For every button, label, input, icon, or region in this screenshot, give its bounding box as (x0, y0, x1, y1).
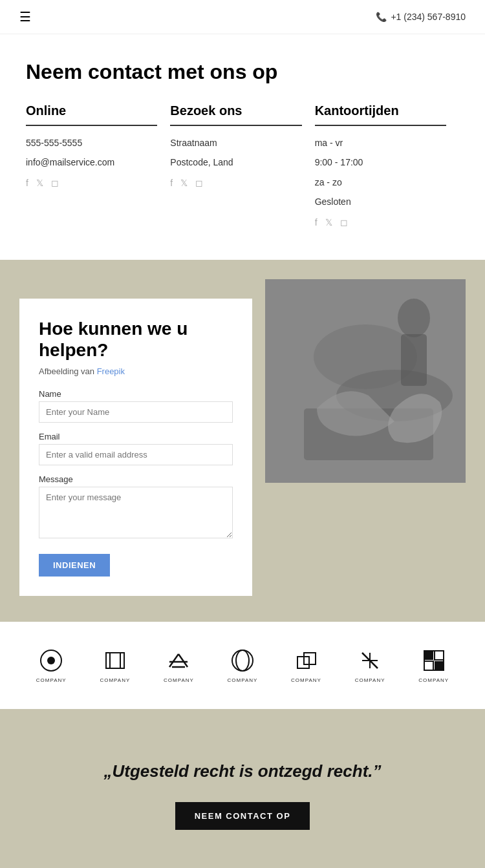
logo-label-5: COMPANY (291, 677, 321, 683)
svg-point-14 (232, 650, 253, 671)
help-form-card: Hoe kunnen we u helpen? Afbeelding van F… (19, 299, 252, 596)
hours-social-icons: f 𝕏 ◻ (315, 217, 446, 228)
logo-item-3: COMPANY (164, 648, 194, 683)
hours-weekend-label: za - zo (315, 175, 446, 189)
column-hours-heading: Kantoortijden (315, 103, 446, 118)
name-input[interactable] (39, 401, 233, 423)
help-heading: Hoe kunnen we u helpen? (39, 318, 233, 361)
svg-rect-23 (435, 661, 444, 670)
online-social-icons: f 𝕏 ◻ (26, 178, 157, 188)
attribution-text: Afbeelding van Freepik (39, 366, 233, 376)
logo-label-1: COMPANY (36, 677, 67, 683)
visit-social-icons: f 𝕏 ◻ (170, 178, 301, 188)
name-field-group: Name (39, 389, 233, 423)
logo-item-5: COMPANY (291, 648, 321, 683)
logo-label-2: COMPANY (100, 677, 130, 683)
logo-icon-6 (357, 648, 383, 673)
contact-column-online: Online 555-555-5555 info@mailservice.com… (26, 103, 170, 228)
logo-item-2: COMPANY (100, 648, 130, 683)
hours-weekdays-time: 9:00 - 17:00 (315, 155, 446, 169)
svg-rect-22 (424, 651, 433, 660)
page-title: Neem contact met ons op (26, 60, 459, 84)
quote-text: „Utgesteld recht is ontzegd recht.” (26, 761, 459, 783)
logo-item-1: COMPANY (36, 648, 67, 683)
hamburger-menu[interactable]: ☰ (19, 9, 31, 25)
logo-icon-3 (166, 648, 191, 673)
twitter-icon-2[interactable]: 𝕏 (180, 178, 188, 188)
svg-rect-25 (424, 661, 433, 670)
logo-icon-4 (230, 648, 255, 673)
email-field-group: Email (39, 432, 233, 465)
postcode-text: Postcode, Land (170, 155, 301, 169)
logos-section: COMPANY COMPANY COMPANY COMPANY COMPANY (0, 622, 485, 709)
column-online-heading: Online (26, 103, 157, 118)
contact-info-section: Neem contact met ons op Online 555-555-5… (0, 34, 485, 260)
twitter-icon-3[interactable]: 𝕏 (325, 217, 332, 228)
column-visit-heading: Bezoek ons (170, 103, 301, 118)
twitter-icon[interactable]: 𝕏 (36, 178, 43, 188)
svg-rect-8 (106, 653, 124, 668)
facebook-icon-2[interactable]: f (170, 178, 173, 188)
logo-item-6: COMPANY (355, 648, 385, 683)
submit-button[interactable]: INDIENEN (39, 554, 110, 577)
svg-rect-24 (435, 651, 444, 660)
logo-label-6: COMPANY (355, 677, 385, 683)
hours-weekend-status: Gesloten (315, 195, 446, 209)
logo-icon-2 (102, 648, 128, 673)
header: ☰ 📞 +1 (234) 567-8910 (0, 0, 485, 34)
hours-weekdays-label: ma - vr (315, 136, 446, 150)
instagram-icon[interactable]: ◻ (51, 178, 59, 188)
cta-button[interactable]: NEEM CONTACT OP (175, 802, 310, 830)
message-label: Message (39, 474, 233, 484)
message-field-group: Message (39, 474, 233, 541)
name-label: Name (39, 389, 233, 399)
contact-columns: Online 555-555-5555 info@mailservice.com… (26, 103, 459, 228)
facebook-icon[interactable]: f (26, 178, 28, 188)
email-text: info@mailservice.com (26, 155, 157, 169)
logo-icon-5 (294, 648, 319, 673)
instagram-icon-3[interactable]: ◻ (340, 217, 348, 228)
logo-label-3: COMPANY (164, 677, 194, 683)
street-text: Straatnaam (170, 136, 301, 150)
attribution-link[interactable]: Freepik (97, 366, 125, 376)
svg-rect-5 (401, 334, 427, 386)
phone-text: 555-555-5555 (26, 136, 157, 150)
instagram-icon-2[interactable]: ◻ (195, 178, 203, 188)
phone-icon: 📞 (376, 12, 387, 22)
svg-line-10 (169, 654, 178, 667)
facebook-icon-3[interactable]: f (315, 217, 318, 228)
contact-column-hours: Kantoortijden ma - vr 9:00 - 17:00 za - … (315, 103, 459, 228)
logo-item-7: COMPANY (418, 648, 449, 683)
svg-point-15 (236, 650, 249, 671)
email-label: Email (39, 432, 233, 441)
contact-column-visit: Bezoek ons Straatnaam Postcode, Land f 𝕏… (170, 103, 314, 228)
phone-number: +1 (234) 567-8910 (391, 12, 466, 22)
logo-label-4: COMPANY (228, 677, 258, 683)
svg-line-11 (178, 654, 188, 667)
logo-item-4: COMPANY (228, 648, 258, 683)
help-section: Hoe kunnen we u helpen? Afbeelding van F… (0, 260, 485, 622)
logo-label-7: COMPANY (418, 677, 449, 683)
message-textarea[interactable] (39, 487, 233, 538)
svg-point-7 (47, 657, 55, 664)
logo-icon-7 (421, 648, 447, 673)
help-image (265, 279, 466, 483)
svg-point-4 (398, 299, 430, 337)
logo-icon-1 (38, 648, 64, 673)
phone-link[interactable]: 📞 +1 (234) 567-8910 (376, 12, 466, 22)
email-input[interactable] (39, 444, 233, 465)
svg-rect-9 (110, 653, 120, 668)
quote-section: „Utgesteld recht is ontzegd recht.” NEEM… (0, 709, 485, 868)
